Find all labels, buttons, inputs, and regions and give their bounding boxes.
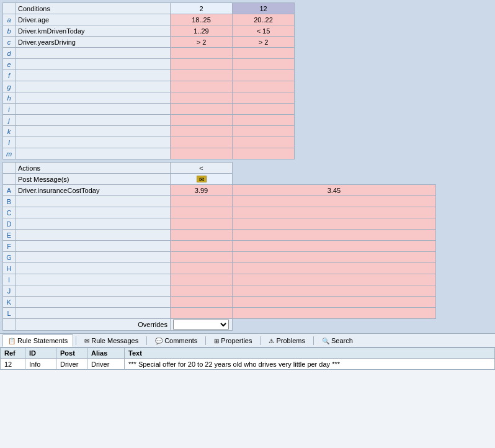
actions-row-name-D[interactable] (16, 218, 171, 230)
conditions-col12-j[interactable] (233, 115, 295, 126)
conditions-row-name-a[interactable]: Driver.age (16, 14, 171, 25)
actions-col2-J[interactable] (171, 285, 233, 297)
actions-col2-H[interactable] (171, 263, 233, 274)
conditions-row-name-m[interactable] (16, 148, 171, 159)
col-header-id: ID (25, 348, 56, 359)
tab-rule-statements[interactable]: Rule Statements (2, 334, 73, 347)
tab-problems[interactable]: Problems (263, 334, 310, 347)
actions-col12-I[interactable] (233, 274, 436, 285)
conditions-row-name-l[interactable] (16, 137, 171, 148)
conditions-col2-j[interactable] (171, 115, 233, 126)
conditions-col12-b[interactable]: < 15 (233, 25, 295, 37)
actions-col12-G[interactable] (233, 252, 436, 263)
actions-row-name-L[interactable] (16, 308, 171, 319)
actions-row-name-F[interactable] (16, 241, 171, 252)
actions-col2-I[interactable] (171, 274, 233, 285)
conditions-row-name-i[interactable] (16, 104, 171, 115)
actions-row-name-C[interactable] (16, 207, 171, 218)
actions-col2-B[interactable] (171, 196, 233, 207)
actions-col2-A[interactable]: 3.99 (171, 185, 233, 196)
actions-col12-L[interactable] (233, 308, 436, 319)
conditions-row-name-f[interactable] (16, 70, 171, 81)
conditions-row-name-e[interactable] (16, 59, 171, 70)
conditions-col2-a[interactable]: 18..25 (171, 14, 233, 25)
conditions-row-name-h[interactable] (16, 92, 171, 104)
conditions-filler-i (295, 104, 493, 115)
overrides-dropdown-cell[interactable] (171, 319, 233, 331)
actions-row-name-I[interactable] (16, 274, 171, 285)
actions-col2-G[interactable] (171, 252, 233, 263)
conditions-col2-c[interactable]: > 2 (171, 37, 233, 48)
actions-col12-H[interactable] (233, 263, 436, 274)
actions-col12-B[interactable] (233, 196, 436, 207)
conditions-col12-k[interactable] (233, 126, 295, 137)
conditions-col12-i[interactable] (233, 104, 295, 115)
tab-sep-4 (260, 336, 261, 345)
conditions-col2-b[interactable]: 1..29 (171, 25, 233, 37)
bottom-cell-ref: 12 (1, 359, 25, 370)
conditions-row-name-d[interactable] (16, 48, 171, 59)
table-row[interactable]: 12InfoDriverDriver*** Special offer for … (1, 359, 495, 370)
conditions-col12-f[interactable] (233, 70, 295, 81)
actions-row-name-H[interactable] (16, 263, 171, 274)
actions-row-name-B[interactable] (16, 196, 171, 207)
conditions-col12-g[interactable] (233, 81, 295, 92)
col-12-header[interactable]: 12 (233, 3, 295, 14)
overrides-select[interactable] (173, 320, 229, 329)
actions-col2-D[interactable] (171, 218, 233, 230)
conditions-col2-h[interactable] (171, 92, 233, 104)
conditions-col2-l[interactable] (171, 137, 233, 148)
conditions-col12-e[interactable] (233, 59, 295, 70)
conditions-row-name-g[interactable] (16, 81, 171, 92)
conditions-filler-g (295, 81, 493, 92)
col-2-header[interactable]: 2 (171, 3, 233, 14)
actions-col12-D[interactable] (233, 218, 436, 230)
actions-col12-K[interactable] (233, 297, 436, 308)
conditions-col2-k[interactable] (171, 126, 233, 137)
actions-col2-F[interactable] (171, 241, 233, 252)
tab-properties[interactable]: Properties (208, 334, 257, 347)
actions-col2-K[interactable] (171, 297, 233, 308)
actions-col12-F[interactable] (233, 241, 436, 252)
tab-rule-messages[interactable]: Rule Messages (79, 334, 144, 347)
actions-col12-E[interactable] (233, 230, 436, 241)
actions-row-name-E[interactable] (16, 230, 171, 241)
actions-col2-L[interactable] (171, 308, 233, 319)
actions-row-label-I: I (3, 274, 16, 285)
decision-table-area: Conditions 2 12 aDriver.age18..2520..22b… (0, 0, 495, 333)
conditions-row-name-b[interactable]: Driver.kmDrivenToday (16, 25, 171, 37)
scroll-left-arrow[interactable]: < (171, 163, 233, 174)
conditions-col2-m[interactable] (171, 148, 233, 159)
actions-row-label-H: H (3, 263, 16, 274)
rule-messages-icon (84, 337, 89, 344)
actions-row-label-C: C (3, 207, 16, 218)
conditions-col12-c[interactable]: > 2 (233, 37, 295, 48)
conditions-col12-d[interactable] (233, 48, 295, 59)
actions-row-name-G[interactable] (16, 252, 171, 263)
actions-row-name-K[interactable] (16, 297, 171, 308)
actions-col12-C[interactable] (233, 207, 436, 218)
tabs-bar: Rule Statements Rule Messages Comments P… (0, 334, 495, 347)
conditions-col12-h[interactable] (233, 92, 295, 104)
conditions-col2-i[interactable] (171, 104, 233, 115)
conditions-row-name-k[interactable] (16, 126, 171, 137)
actions-row-label-J: J (3, 285, 16, 297)
actions-row-name-A[interactable]: Driver.insuranceCostToday (16, 185, 171, 196)
conditions-row-name-j[interactable] (16, 115, 171, 126)
conditions-col12-a[interactable]: 20..22 (233, 14, 295, 25)
conditions-col12-m[interactable] (233, 148, 295, 159)
tab-search[interactable]: Search (316, 334, 359, 347)
actions-col2-E[interactable] (171, 230, 233, 241)
conditions-col2-e[interactable] (171, 59, 233, 70)
tab-comments[interactable]: Comments (149, 334, 203, 347)
conditions-col12-l[interactable] (233, 137, 295, 148)
actions-col2-C[interactable] (171, 207, 233, 218)
conditions-col2-g[interactable] (171, 81, 233, 92)
actions-row-name-J[interactable] (16, 285, 171, 297)
conditions-col2-f[interactable] (171, 70, 233, 81)
conditions-row-name-c[interactable]: Driver.yearsDriving (16, 37, 171, 48)
conditions-row-label-f: f (3, 70, 16, 81)
actions-col12-A[interactable]: 3.45 (233, 185, 436, 196)
actions-col12-J[interactable] (233, 285, 436, 297)
conditions-col2-d[interactable] (171, 48, 233, 59)
